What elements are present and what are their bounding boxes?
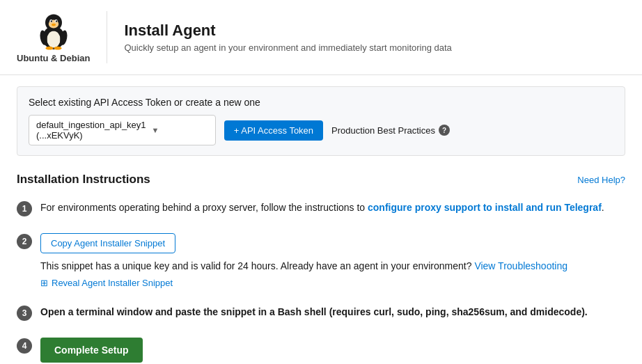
step-2-content: Copy Agent Installer Snippet This snippe… [40,233,625,288]
step-4: 4 Complete Setup [17,338,625,363]
page-header: Ubuntu & Debian Install Agent Quickly se… [0,0,642,75]
snippet-note-text: This snippet has a unique key and is val… [40,260,472,271]
step-3-text: Open a terminal window and paste the sni… [40,305,625,319]
installation-section: Installation Instructions Need Help? 1 F… [0,167,642,364]
step-1-text-before: For environments operating behind a prox… [40,202,368,213]
page-subtitle: Quickly setup an agent in your environme… [124,42,451,53]
step-2: 2 Copy Agent Installer Snippet This snip… [17,233,625,288]
step-4-content: Complete Setup [40,338,625,363]
step-1-text: For environments operating behind a prox… [40,200,625,215]
expand-icon: ⊞ [40,278,48,288]
step-3-number: 3 [17,306,32,321]
svg-point-9 [45,47,53,50]
chevron-down-icon: ▼ [152,126,208,134]
tux-icon [37,11,70,50]
svg-point-8 [52,24,56,26]
production-best-practices-label: Production Best Practices [331,125,435,136]
step-1-number: 1 [17,201,32,216]
view-troubleshooting-link[interactable]: View Troubleshooting [474,260,567,271]
token-select[interactable]: default_ingestion_api_key1 (...xEKVyK) ▼ [29,115,216,145]
step-1-content: For environments operating behind a prox… [40,200,625,215]
logo-section: Ubuntu & Debian [17,11,107,63]
logo-label: Ubuntu & Debian [17,53,90,63]
help-icon[interactable]: ? [439,125,450,136]
step-3-bold-text: Open a terminal window and paste the sni… [40,306,588,317]
token-controls: default_ingestion_api_key1 (...xEKVyK) ▼… [29,115,613,145]
need-help-link[interactable]: Need Help? [577,175,625,185]
svg-point-10 [54,47,61,50]
token-section: Select existing API Access Token or crea… [17,86,625,156]
step-2-number: 2 [17,234,32,249]
reveal-snippet[interactable]: ⊞ Reveal Agent Installer Snippet [40,278,625,288]
svg-point-6 [50,20,52,22]
header-info: Install Agent Quickly setup an agent in … [124,22,451,53]
step-1: 1 For environments operating behind a pr… [17,200,625,216]
step-1-text-after: . [602,202,604,213]
api-access-token-button[interactable]: + API Access Token [224,120,323,141]
page-title: Install Agent [124,22,451,40]
copy-agent-installer-snippet-button[interactable]: Copy Agent Installer Snippet [40,233,175,253]
step-4-number: 4 [17,338,32,354]
step-3-content: Open a terminal window and paste the sni… [40,305,625,319]
token-section-label: Select existing API Access Token or crea… [29,97,613,108]
svg-point-1 [47,31,60,48]
step-3: 3 Open a terminal window and paste the s… [17,305,625,321]
installation-title: Installation Instructions [17,173,150,187]
production-best-practices: Production Best Practices ? [331,125,450,136]
complete-setup-button[interactable]: Complete Setup [40,338,143,363]
snippet-note: This snippet has a unique key and is val… [40,259,625,274]
reveal-snippet-label: Reveal Agent Installer Snippet [52,278,173,288]
svg-point-7 [56,20,57,22]
selected-token-value: default_ingestion_api_key1 (...xEKVyK) [36,120,146,141]
proxy-support-link[interactable]: configure proxy support to install and r… [368,202,602,213]
installation-header: Installation Instructions Need Help? [17,173,625,187]
